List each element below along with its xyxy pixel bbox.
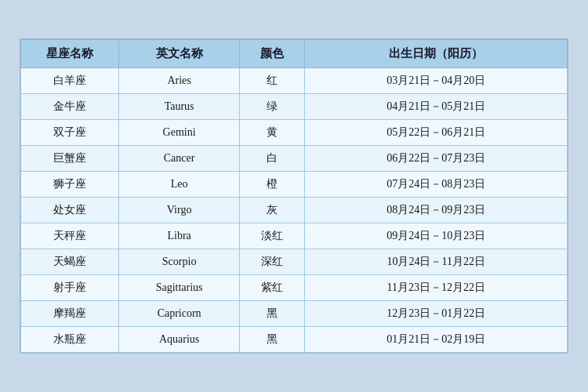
cell-color: 红 (239, 68, 305, 94)
cell-date: 11月23日－12月22日 (305, 275, 568, 301)
cell-color: 黄 (239, 120, 305, 146)
cell-date: 06月22日－07月23日 (305, 146, 568, 172)
cell-english-name: Leo (119, 172, 239, 198)
cell-date: 07月24日－08月23日 (305, 172, 568, 198)
cell-color: 白 (239, 146, 305, 172)
table-row: 处女座Virgo灰08月24日－09月23日 (21, 198, 568, 223)
header-english-name: 英文名称 (119, 40, 239, 68)
header-date: 出生日期（阳历） (305, 40, 568, 68)
cell-chinese-name: 射手座 (21, 275, 119, 301)
cell-date: 10月24日－11月22日 (305, 249, 568, 275)
zodiac-table: 星座名称 英文名称 颜色 出生日期（阳历） 白羊座Aries红03月21日－04… (20, 39, 568, 353)
table-row: 金牛座Taurus绿04月21日－05月21日 (21, 94, 568, 120)
cell-color: 绿 (239, 94, 305, 120)
cell-chinese-name: 巨蟹座 (21, 146, 119, 172)
cell-english-name: Taurus (119, 94, 239, 120)
table-row: 射手座Sagittarius紫红11月23日－12月22日 (21, 275, 568, 301)
cell-chinese-name: 处女座 (21, 198, 119, 223)
cell-color: 黑 (239, 327, 305, 353)
table-row: 天蝎座Scorpio深红10月24日－11月22日 (21, 249, 568, 275)
cell-date: 09月24日－10月23日 (305, 223, 568, 249)
cell-color: 灰 (239, 198, 305, 223)
header-chinese-name: 星座名称 (21, 40, 119, 68)
cell-english-name: Gemini (119, 120, 239, 146)
header-color: 颜色 (239, 40, 305, 68)
cell-color: 橙 (239, 172, 305, 198)
cell-date: 05月22日－06月21日 (305, 120, 568, 146)
cell-color: 深红 (239, 249, 305, 275)
cell-english-name: Libra (119, 223, 239, 249)
table-row: 双子座Gemini黄05月22日－06月21日 (21, 120, 568, 146)
cell-chinese-name: 水瓶座 (21, 327, 119, 353)
cell-date: 04月21日－05月21日 (305, 94, 568, 120)
table-row: 狮子座Leo橙07月24日－08月23日 (21, 172, 568, 198)
zodiac-table-container: 星座名称 英文名称 颜色 出生日期（阳历） 白羊座Aries红03月21日－04… (20, 38, 568, 354)
cell-chinese-name: 金牛座 (21, 94, 119, 120)
table-header-row: 星座名称 英文名称 颜色 出生日期（阳历） (21, 40, 568, 68)
cell-date: 08月24日－09月23日 (305, 198, 568, 223)
cell-chinese-name: 天秤座 (21, 223, 119, 249)
cell-date: 03月21日－04月20日 (305, 68, 568, 94)
cell-date: 12月23日－01月22日 (305, 301, 568, 327)
cell-chinese-name: 摩羯座 (21, 301, 119, 327)
table-row: 摩羯座Capricorn黑12月23日－01月22日 (21, 301, 568, 327)
table-row: 白羊座Aries红03月21日－04月20日 (21, 68, 568, 94)
cell-chinese-name: 双子座 (21, 120, 119, 146)
table-row: 巨蟹座Cancer白06月22日－07月23日 (21, 146, 568, 172)
cell-chinese-name: 狮子座 (21, 172, 119, 198)
cell-date: 01月21日－02月19日 (305, 327, 568, 353)
cell-english-name: Aquarius (119, 327, 239, 353)
cell-color: 紫红 (239, 275, 305, 301)
cell-english-name: Sagittarius (119, 275, 239, 301)
cell-english-name: Cancer (119, 146, 239, 172)
cell-color: 淡红 (239, 223, 305, 249)
cell-chinese-name: 白羊座 (21, 68, 119, 94)
table-body: 白羊座Aries红03月21日－04月20日金牛座Taurus绿04月21日－0… (21, 68, 568, 353)
cell-english-name: Virgo (119, 198, 239, 223)
cell-color: 黑 (239, 301, 305, 327)
cell-english-name: Aries (119, 68, 239, 94)
cell-chinese-name: 天蝎座 (21, 249, 119, 275)
table-row: 水瓶座Aquarius黑01月21日－02月19日 (21, 327, 568, 353)
cell-english-name: Capricorn (119, 301, 239, 327)
table-row: 天秤座Libra淡红09月24日－10月23日 (21, 223, 568, 249)
cell-english-name: Scorpio (119, 249, 239, 275)
